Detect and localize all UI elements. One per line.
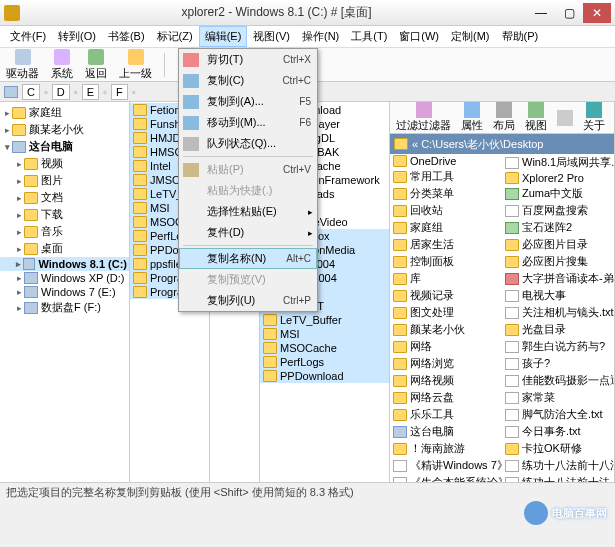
tree-item[interactable]: ▸Windows 7 (E:) [0, 285, 129, 299]
file-item[interactable]: 大字拼音诵读本-弟子 [502, 270, 614, 287]
toolbar-上一级[interactable]: 上一级 [119, 49, 152, 81]
path-bar[interactable]: « C:\Users\老小伙\Desktop [390, 134, 614, 154]
file-item[interactable]: 库 [390, 270, 502, 287]
file-item[interactable]: 《生命本能系统论》郭生白.txt [390, 474, 502, 482]
expand-icon[interactable]: ▸ [14, 287, 24, 297]
rtool-过滤过滤器[interactable]: 过滤过滤器 [396, 102, 451, 133]
tree-item[interactable]: ▸颜某老小伙 [0, 121, 129, 138]
file-item[interactable]: 网络浏览 [390, 355, 502, 372]
file-item[interactable]: 关注相机与镜头.txt [502, 304, 614, 321]
file-item[interactable]: 乐乐工具 [390, 406, 502, 423]
menu-文件F[interactable]: 文件(F) [4, 26, 52, 47]
file-item[interactable]: ！海南旅游 [390, 440, 502, 457]
file-item[interactable]: 《精讲Windows 7》(王珣) 影印版 [390, 457, 502, 474]
tree-item[interactable]: ▸下载 [0, 206, 129, 223]
file-item[interactable]: 网络 [390, 338, 502, 355]
file-item[interactable]: 郭生白说方药与? [502, 338, 614, 355]
file-item[interactable]: 百度网盘搜索 [502, 202, 614, 219]
file-item[interactable]: 电视大事 [502, 287, 614, 304]
menu-定制M[interactable]: 定制(M) [445, 26, 496, 47]
file-item[interactable]: Zuma中文版 [502, 185, 614, 202]
expand-icon[interactable]: ▸ [14, 193, 24, 203]
file-item[interactable]: 卡拉OK研修 [502, 440, 614, 457]
rtool-属性[interactable]: 属性 [461, 102, 483, 133]
file-item[interactable]: MSOCache [260, 341, 389, 355]
file-item[interactable]: 图文处理 [390, 304, 502, 321]
expand-icon[interactable]: ▸ [14, 244, 24, 254]
file-item[interactable]: 必应图片目录 [502, 236, 614, 253]
file-item[interactable]: 这台电脑 [390, 423, 502, 440]
rtool-视图[interactable]: 视图 [525, 102, 547, 133]
menu-item-复件(D)[interactable]: 复件(D)▸ [179, 222, 317, 243]
file-item[interactable]: 居家生活 [390, 236, 502, 253]
expand-icon[interactable]: ▸ [2, 108, 12, 118]
maximize-button[interactable]: ▢ [555, 3, 583, 23]
minimize-button[interactable]: — [527, 3, 555, 23]
file-item[interactable]: 家庭组 [390, 219, 502, 236]
expand-icon[interactable]: ▸ [14, 176, 24, 186]
file-item[interactable]: 网络视频 [390, 372, 502, 389]
expand-icon[interactable]: ▸ [14, 303, 24, 313]
tree-item[interactable]: ▸音乐 [0, 223, 129, 240]
tree-item[interactable]: ▸文档 [0, 189, 129, 206]
menu-item-队列状态(Q)...[interactable]: 队列状态(Q)... [179, 133, 317, 154]
expand-icon[interactable]: ▸ [14, 159, 24, 169]
tree-item[interactable]: ▸桌面 [0, 240, 129, 257]
file-item[interactable]: 练功十八法前十法 [502, 474, 614, 482]
menu-item-剪切(T)[interactable]: 剪切(T)Ctrl+X [179, 49, 317, 70]
file-item[interactable]: 视频记录 [390, 287, 502, 304]
file-item[interactable]: PPDownload [260, 369, 389, 383]
toolbar-驱动器[interactable]: 驱动器 [6, 49, 39, 81]
expand-icon[interactable]: ▾ [2, 142, 12, 152]
file-item[interactable]: 宝石迷阵2 [502, 219, 614, 236]
file-item[interactable]: 家常菜 [502, 389, 614, 406]
menu-编辑E[interactable]: 编辑(E) [199, 26, 248, 47]
drive-tab-E[interactable]: E [82, 84, 99, 100]
tree-item[interactable]: ▾这台电脑 [0, 138, 129, 155]
file-item[interactable]: 分类菜单 [390, 185, 502, 202]
menu-item-移动到(M)...[interactable]: 移动到(M)...F6 [179, 112, 317, 133]
expand-icon[interactable]: ▸ [14, 273, 24, 283]
tree-item[interactable]: ▸图片 [0, 172, 129, 189]
file-item[interactable]: 脚气防治大全.txt [502, 406, 614, 423]
expand-icon[interactable]: ▸ [14, 259, 23, 269]
file-item[interactable]: 必应图片搜集 [502, 253, 614, 270]
toolbar-返回[interactable]: 返回 [85, 49, 107, 81]
tree-item[interactable]: ▸数据盘F (F:) [0, 299, 129, 316]
drive-tab-D[interactable]: D [52, 84, 70, 100]
file-item[interactable]: LeTV_Buffer [260, 313, 389, 327]
file-item[interactable]: PerfLogs [260, 355, 389, 369]
rtool-关于[interactable]: 关于 [583, 102, 605, 133]
menu-item-复制列(U)[interactable]: 复制列(U)Ctrl+P [179, 290, 317, 311]
file-item[interactable]: 常用工具 [390, 168, 502, 185]
menu-视图V[interactable]: 视图(V) [247, 26, 296, 47]
file-item[interactable]: 练功十八法前十八法 [502, 457, 614, 474]
tree-item[interactable]: ▸Windows XP (D:) [0, 271, 129, 285]
expand-icon[interactable]: ▸ [14, 210, 24, 220]
file-item[interactable]: 网络云盘 [390, 389, 502, 406]
file-item[interactable]: 控制面板 [390, 253, 502, 270]
menu-item-复制名称(N)[interactable]: 复制名称(N)Alt+C [179, 248, 317, 269]
close-button[interactable]: ✕ [583, 3, 611, 23]
tree-item[interactable]: ▸Windows 8.1 (C:) [0, 257, 129, 271]
menu-窗口W[interactable]: 窗口(W) [393, 26, 445, 47]
expand-icon[interactable]: ▸ [2, 125, 12, 135]
menu-操作N[interactable]: 操作(N) [296, 26, 345, 47]
rtool-btn[interactable] [557, 110, 573, 126]
file-item[interactable]: 佳能数码摄影一点通 [502, 372, 614, 389]
menu-item-选择性粘贴(E)[interactable]: 选择性粘贴(E)▸ [179, 201, 317, 222]
file-item[interactable]: 光盘目录 [502, 321, 614, 338]
rtool-布局[interactable]: 布局 [493, 102, 515, 133]
drive-tab-F[interactable]: F [111, 84, 128, 100]
file-item[interactable]: Xplorer2 Pro [502, 171, 614, 185]
expand-icon[interactable]: ▸ [14, 227, 24, 237]
tree-item[interactable]: ▸视频 [0, 155, 129, 172]
file-item[interactable]: 回收站 [390, 202, 502, 219]
file-item[interactable]: 今日事务.txt [502, 423, 614, 440]
file-item[interactable]: 颜某老小伙 [390, 321, 502, 338]
menu-帮助P[interactable]: 帮助(P) [496, 26, 545, 47]
file-item[interactable]: OneDrive [390, 154, 502, 168]
file-item[interactable]: Win8.1局域网共享.txt [502, 154, 614, 171]
menu-工具T[interactable]: 工具(T) [345, 26, 393, 47]
toolbar-系统[interactable]: 系统 [51, 49, 73, 81]
